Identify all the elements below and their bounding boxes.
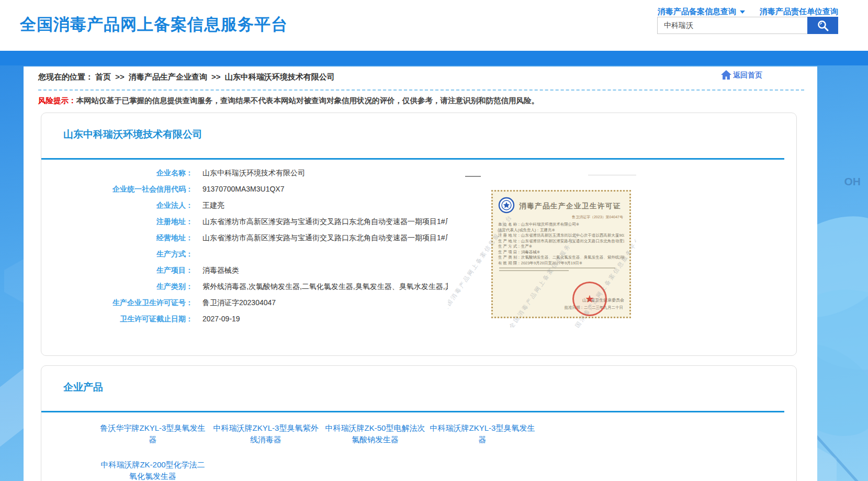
company-info-card: 山东中科瑞沃环境技术有限公司 企业名称： 山东中科瑞沃环境技术有限公司 企业统一… — [41, 113, 797, 356]
title-underline — [41, 158, 784, 160]
scan-artifact-dash — [465, 176, 481, 177]
main-content-panel: 您现在的位置：首页 >> 消毒产品生产企业查询 >> 山东中科瑞沃环境技术有限公… — [24, 66, 817, 481]
field-row: 经营地址： 山东省潍坊市高新区潍安路与宝通街交叉路口东北角自动变速器一期项目1#… — [41, 230, 796, 246]
risk-notice: 风险提示：本网站仅基于已掌握的信息提供查询服务，查询结果不代表本网站对被查询对象… — [38, 96, 539, 106]
field-value: 山东省潍坊市高新区潍安路与宝通街交叉路口东北角自动变速器一期项目1#厂房 — [202, 232, 460, 243]
scan-artifact-line — [588, 175, 636, 175]
product-link[interactable]: 中科瑞沃牌ZK-50型电解法次氯酸钠发生器 — [323, 422, 427, 445]
field-label: 注册地址： — [41, 216, 193, 227]
field-label: 卫生许可证截止日期： — [41, 314, 193, 325]
field-row: 生产项目： 消毒器械类 — [41, 262, 796, 278]
nav-link-responsible-unit-query[interactable]: 消毒产品责任单位查询 — [760, 7, 838, 17]
certificate-line: 单 位 名 称：山东中科瑞沃环境技术有限公司※ — [498, 222, 624, 228]
nav-link-label: 消毒产品责任单位查询 — [760, 7, 838, 17]
risk-notice-text: 本网站仅基于已掌握的信息提供查询服务，查询结果不代表本网站对被查询对象信用状况的… — [76, 96, 539, 105]
back-home-link[interactable]: 返回首页 — [720, 70, 762, 80]
search-bar — [657, 17, 838, 34]
title-underline — [41, 411, 784, 412]
breadcrumb-enterprise-query[interactable]: 消毒产品生产企业查询 — [129, 72, 207, 81]
field-value: 鲁卫消证字202304047 — [202, 297, 276, 308]
field-label: 企业名称： — [41, 167, 193, 178]
breadcrumb-current: 山东中科瑞沃环境技术有限公司 — [225, 72, 335, 81]
certificate-number: 鲁卫消证字（2023）第04047号 — [498, 215, 623, 220]
field-row: 卫生许可证截止日期： 2027-09-19 — [41, 311, 796, 327]
field-row: 注册地址： 山东省潍坊市高新区潍安路与宝通街交叉路口东北角自动变速器一期项目1#… — [41, 214, 796, 230]
certificate-line: 生 产 方 式：生产※ — [498, 244, 624, 250]
product-link[interactable]: 中科瑞沃牌ZKYL-3型臭氧紫外线消毒器 — [210, 422, 322, 445]
certificate-title: 消毒产品生产企业卫生许可证 — [519, 202, 621, 211]
field-label: 生产企业卫生许可证号： — [41, 297, 193, 308]
breadcrumb-prefix: 您现在的位置： — [38, 72, 93, 81]
product-link[interactable]: 鲁沃华宇牌ZKYL-3型臭氧发生器 — [97, 422, 208, 445]
field-label: 生产类别： — [41, 281, 193, 292]
nav-link-label: 消毒产品备案信息查询 — [658, 7, 736, 17]
field-value: 2027-09-19 — [202, 314, 240, 325]
field-value: 紫外线消毒器,次氯酸钠发生器,二氧化氯发生器,臭氧发生器、臭氧水发生器,其他器械… — [202, 281, 489, 292]
field-label: 生产方式： — [41, 249, 193, 260]
search-button[interactable] — [807, 17, 838, 34]
breadcrumb: 您现在的位置：首页 >> 消毒产品生产企业查询 >> 山东中科瑞沃环境技术有限公… — [38, 72, 337, 82]
certificate-line: 生 产 类 别：次氯酸钠发生器、二氧化氯发生器、臭氧发生器、紫外线消毒器※ — [498, 255, 624, 261]
breadcrumb-separator: >> — [211, 72, 221, 81]
certificate-line: 法定代表人(或负责人)：王建亮※ — [498, 228, 624, 233]
product-link[interactable]: 中科瑞沃牌ZKYL-3型臭氧发生器 — [429, 422, 536, 445]
breadcrumb-separator: >> — [115, 72, 125, 81]
field-value: 消毒器械类 — [202, 265, 239, 276]
field-label: 经营地址： — [41, 232, 193, 243]
field-value: 91370700MA3M3U1QX7 — [202, 184, 284, 195]
certificate-fine-print — [499, 267, 615, 269]
field-label: 生产项目： — [41, 265, 193, 276]
risk-notice-label: 风险提示： — [38, 96, 76, 105]
top-nav: 消毒产品备案信息查询 消毒产品责任单位查询 — [658, 7, 838, 17]
dashed-divider — [38, 90, 804, 91]
field-row: 生产企业卫生许可证号： 鲁卫消证字202304047 — [41, 295, 796, 311]
header-band — [0, 51, 868, 65]
company-products-card: 企业产品 鲁沃华宇牌ZKYL-3型臭氧发生器 中科瑞沃牌ZKYL-3型臭氧紫外线… — [41, 365, 797, 481]
official-red-seal: ★ — [572, 282, 607, 316]
nav-link-record-info-query[interactable]: 消毒产品备案信息查询 — [658, 7, 745, 17]
site-title: 全国消毒产品网上备案信息服务平台 — [20, 14, 288, 36]
certificate-line: 生 产 项 目：消毒器械※ — [498, 250, 624, 255]
search-input[interactable] — [657, 17, 807, 34]
certificate-line: 有 效 期 限：2023年9月20日至2027年9月19日※ — [498, 261, 624, 266]
field-label: 企业法人： — [41, 200, 193, 211]
field-row: 生产方式： — [41, 246, 796, 262]
company-title: 山东中科瑞沃环境技术有限公司 — [63, 128, 202, 141]
license-certificate-image: 消毒产品生产企业卫生许可证 鲁卫消证字（2023）第04047号 单 位 名 称… — [448, 167, 636, 328]
company-fields: 企业名称： 山东中科瑞沃环境技术有限公司 企业统一社会信用代码： 9137070… — [41, 165, 796, 327]
field-row: 企业名称： 山东中科瑞沃环境技术有限公司 — [41, 165, 796, 181]
chevron-down-icon — [740, 10, 745, 14]
field-label: 企业统一社会信用代码： — [41, 184, 193, 195]
field-row: 生产类别： 紫外线消毒器,次氯酸钠发生器,二氧化氯发生器,臭氧发生器、臭氧水发生… — [41, 278, 796, 295]
products-section-title: 企业产品 — [63, 381, 103, 394]
home-icon — [720, 70, 732, 80]
chemical-structure-decor: OH — [844, 175, 861, 188]
product-list: 鲁沃华宇牌ZKYL-3型臭氧发生器 中科瑞沃牌ZKYL-3型臭氧紫外线消毒器 中… — [97, 422, 536, 481]
page-header: 全国消毒产品网上备案信息服务平台 消毒产品备案信息查询 消毒产品责任单位查询 — [0, 0, 868, 51]
breadcrumb-home[interactable]: 首页 — [95, 72, 111, 81]
product-link[interactable]: 中科瑞沃牌ZK-200型化学法二氧化氯发生器 — [97, 459, 208, 481]
search-icon — [816, 19, 830, 32]
field-value: 山东省潍坊市高新区潍安路与宝通街交叉路口东北角自动变速器一期项目1#厂房 — [202, 216, 460, 227]
field-value: 王建亮 — [202, 200, 224, 211]
field-value: 山东中科瑞沃环境技术有限公司 — [202, 167, 305, 178]
field-row: 企业统一社会信用代码： 91370700MA3M3U1QX7 — [41, 181, 796, 197]
national-emblem-icon — [498, 197, 515, 214]
field-row: 企业法人： 王建亮 — [41, 197, 796, 214]
back-home-label: 返回首页 — [733, 71, 762, 80]
certificate-fine-print — [499, 270, 569, 271]
hygiene-license-certificate: 消毒产品生产企业卫生许可证 鲁卫消证字（2023）第04047号 单 位 名 称… — [491, 190, 631, 318]
certificate-line: 注 册 地 址：山东省潍坊高新区玉清东街以北中心次干道以西高新大厦902号科研※ — [498, 233, 624, 239]
certificate-line: 生 产 地 址：山东省潍坊市高新区潍安路与宝通街交叉路口东北角自动变速器一期项目… — [498, 239, 624, 244]
